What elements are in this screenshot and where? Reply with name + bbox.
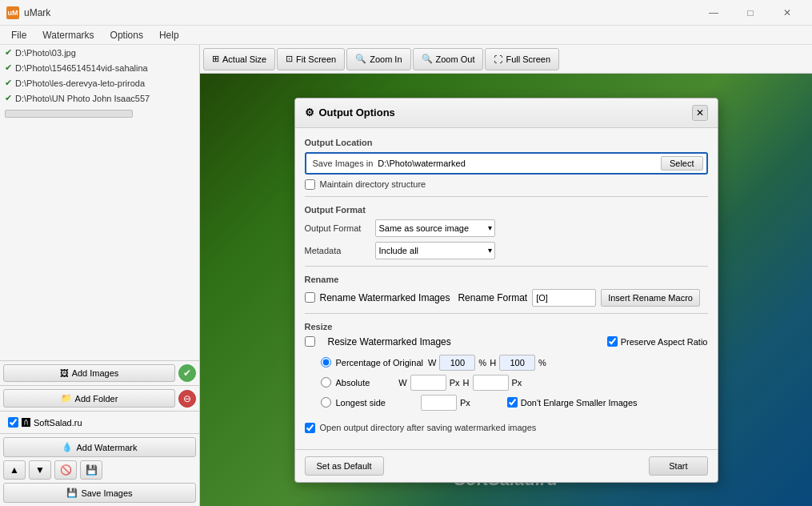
longest-side-radio[interactable]	[321, 397, 331, 408]
add-images-button[interactable]: 🖼 Add Images	[3, 364, 175, 382]
watermark-section: 🅰 SoftSalad.ru	[0, 412, 199, 434]
icon-buttons-row: ▲ ▼ 🚫 💾	[3, 460, 196, 480]
menu-file[interactable]: File	[3, 28, 34, 42]
save-path-input[interactable]	[378, 159, 656, 168]
open-output-checkbox[interactable]	[305, 423, 315, 433]
title-bar: uM uMark — □ ✕	[0, 0, 812, 26]
save-button[interactable]: 💾	[80, 460, 102, 480]
resize-options: Percentage of Original W % H %	[305, 351, 708, 415]
output-options-modal: ⚙ Output Options ✕ Output Location Save …	[294, 98, 718, 483]
absolute-label: Absolute	[336, 378, 370, 388]
add-folder-button[interactable]: 📁 Add Folder	[3, 389, 175, 408]
rename-format-input[interactable]	[532, 289, 596, 307]
move-up-button[interactable]: ▲	[3, 460, 26, 480]
longest-side-label: Longest side	[336, 398, 386, 408]
percentage-radio[interactable]	[321, 357, 331, 367]
menu-help[interactable]: Help	[151, 28, 187, 42]
menu-watermarks[interactable]: Watermarks	[34, 28, 102, 42]
absolute-row: Absolute W Px H Px	[321, 375, 638, 391]
menu-options[interactable]: Options	[102, 28, 151, 42]
save-images-in-label: Save Images in	[310, 159, 374, 168]
modal-title: ⚙ Output Options	[305, 106, 395, 118]
dont-enlarge-label: Don't Enlarge Smaller Images	[521, 398, 638, 408]
add-images-confirm-button[interactable]: ✔	[178, 364, 196, 382]
save-images-button[interactable]: 💾 Save Images	[3, 483, 196, 503]
percent-label-w: %	[478, 358, 486, 367]
add-watermark-icon: 💧	[62, 442, 73, 452]
width-input-percentage[interactable]	[439, 355, 475, 371]
maintain-dir-checkbox[interactable]	[305, 179, 315, 190]
preserve-ratio-checkbox[interactable]	[607, 336, 618, 347]
fit-screen-button[interactable]: ⊡ Fit Screen	[277, 48, 345, 70]
close-button[interactable]: ✕	[769, 0, 806, 26]
resize-header: Resize Watermarked Images Preserve Aspec…	[305, 336, 708, 347]
percentage-label: Percentage of Original	[336, 358, 423, 367]
check-icon: ✔	[5, 93, 12, 103]
watermark-type-icon: 🅰	[22, 418, 30, 428]
start-button[interactable]: Start	[649, 456, 707, 476]
rename-format-label: Rename Format	[458, 292, 527, 303]
dont-enlarge-checkbox[interactable]	[507, 397, 518, 408]
maintain-dir-label: Maintain directory structure	[320, 179, 426, 189]
full-screen-button[interactable]: ⛶ Full Screen	[485, 48, 559, 70]
divider-1	[305, 196, 708, 197]
longest-side-input[interactable]	[421, 395, 457, 411]
watermark-checkbox[interactable]	[8, 417, 18, 428]
select-button[interactable]: Select	[661, 156, 703, 171]
zoom-in-button[interactable]: 🔍 Zoom In	[346, 48, 410, 70]
check-icon: ✔	[5, 78, 12, 88]
width-input-absolute[interactable]	[410, 375, 446, 391]
height-input-absolute[interactable]	[473, 375, 509, 391]
divider-2	[305, 266, 708, 267]
preserve-ratio-label: Preserve Aspect Ratio	[621, 337, 708, 347]
actual-size-icon: ⊞	[212, 54, 219, 64]
delete-button[interactable]: 🚫	[54, 460, 77, 480]
w-label: W	[428, 358, 436, 367]
px-label-w: Px	[450, 378, 460, 388]
add-images-row: 🖼 Add Images ✔	[0, 361, 199, 386]
h-label-abs: H	[463, 378, 470, 388]
file-name: D:\Photo\03.jpg	[15, 48, 76, 58]
zoom-out-button[interactable]: 🔍 Zoom Out	[413, 48, 484, 70]
add-folder-row: 📁 Add Folder ⊖	[0, 386, 199, 412]
absolute-radio[interactable]	[321, 377, 331, 388]
longest-side-input-row: Px	[421, 395, 470, 411]
rename-checkbox[interactable]	[305, 292, 315, 303]
save-images-icon: 💾	[66, 488, 78, 498]
rename-watermarked-label: Rename Watermarked Images	[320, 292, 450, 303]
minimize-button[interactable]: —	[695, 0, 732, 26]
height-input-percentage[interactable]	[499, 355, 535, 371]
output-format-label: Output Format	[305, 223, 369, 233]
modal-icon: ⚙	[305, 106, 314, 118]
list-item: ✔ D:\Photo\les-derevya-leto-priroda	[0, 75, 199, 90]
right-area: ⊞ Actual Size ⊡ Fit Screen 🔍 Zoom In 🔍 Z…	[200, 45, 812, 506]
percentage-wh: W % H %	[428, 355, 546, 371]
list-item: ✔ D:\Photo\03.jpg	[0, 45, 199, 60]
actual-size-button[interactable]: ⊞ Actual Size	[203, 48, 275, 70]
check-icon: ✔	[5, 47, 12, 58]
add-folder-remove-button[interactable]: ⊖	[178, 390, 196, 408]
output-location-row: Save Images in Select	[305, 152, 708, 175]
horizontal-scrollbar[interactable]	[5, 110, 133, 118]
output-format-select[interactable]: Same as source image	[375, 219, 495, 237]
resize-checkbox[interactable]	[305, 336, 315, 347]
divider-3	[305, 313, 708, 314]
maximize-button[interactable]: □	[732, 0, 769, 26]
zoom-out-icon: 🔍	[422, 54, 433, 64]
file-name: D:\Photo\1546514514vid-sahalina	[15, 63, 148, 73]
app-icon: uM	[6, 6, 19, 19]
full-screen-icon: ⛶	[494, 54, 502, 64]
left-panel: ✔ D:\Photo\03.jpg ✔ D:\Photo\1546514514v…	[0, 45, 200, 506]
w-label-abs: W	[398, 378, 406, 388]
move-down-button[interactable]: ▼	[29, 460, 51, 480]
percentage-row: Percentage of Original W % H %	[321, 355, 638, 371]
metadata-select[interactable]: Include all	[375, 242, 495, 259]
px-label-h: Px	[512, 378, 522, 388]
insert-rename-macro-button[interactable]: Insert Rename Macro	[601, 289, 700, 307]
metadata-select-wrap: Include all	[375, 242, 495, 259]
check-icon: ✔	[5, 62, 12, 73]
modal-close-button[interactable]: ✕	[692, 105, 708, 121]
set-default-button[interactable]: Set as Default	[305, 456, 384, 476]
rename-row: Rename Watermarked Images Rename Format …	[305, 289, 708, 307]
add-watermark-button[interactable]: 💧 Add Watermark	[3, 437, 196, 457]
